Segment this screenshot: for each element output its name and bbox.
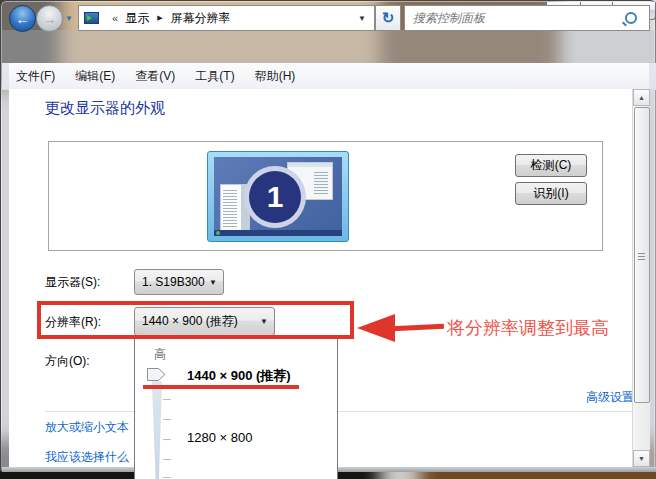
make-text-larger-link[interactable]: 放大或缩小文本	[45, 419, 129, 436]
display-combobox[interactable]: 1. S19B300 ▼	[134, 269, 224, 295]
page-title: 更改显示器的外观	[45, 99, 165, 118]
scrollbar-grip-icon	[638, 253, 645, 261]
slider-high-label: 高	[154, 346, 166, 363]
back-button[interactable]: ←	[9, 5, 36, 32]
annotation-highlight-rectangle	[37, 301, 354, 339]
forward-button[interactable]: →	[36, 5, 63, 32]
what-settings-link[interactable]: 我应该选择什么	[45, 449, 129, 466]
resolution-dropdown-panel: 高 1440 × 900 (推荐) 1280 × 800	[134, 338, 338, 479]
detect-button-label: 检测(C)	[531, 157, 572, 174]
window-right-border	[649, 63, 656, 467]
slider-tick	[163, 477, 171, 478]
breadcrumb-item-display[interactable]: 显示	[125, 10, 149, 27]
refresh-button[interactable]: ↻	[375, 5, 401, 31]
menu-file[interactable]: 文件(F)	[6, 68, 65, 85]
scroll-up-icon: ▲	[638, 94, 645, 101]
screen-resolution-window: × ← → ▼ « 显示 ▶ 屏幕分辨率 ▼ ↻ 文件(F) 编辑(E) 查看(…	[0, 0, 656, 472]
display-combobox-value: 1. S19B300	[135, 275, 205, 289]
window-left-border	[2, 63, 9, 467]
annotation-text: 将分辨率调整到最高	[447, 316, 609, 340]
scroll-down-icon: ▼	[638, 455, 645, 462]
navigation-bar	[2, 30, 656, 64]
refresh-icon: ↻	[382, 9, 395, 27]
annotation-arrowhead	[357, 314, 395, 342]
combobox-arrow-icon: ▼	[205, 278, 223, 287]
monitor-number-badge: 1	[244, 166, 306, 228]
back-arrow-icon: ←	[16, 11, 30, 27]
breadcrumb[interactable]: « 显示 ▶ 屏幕分辨率 ▼	[78, 5, 375, 31]
scroll-down-button[interactable]: ▼	[633, 450, 650, 467]
breadcrumb-separator-icon: ▶	[157, 14, 162, 22]
dropdown-item-1280x800[interactable]: 1280 × 800	[187, 430, 252, 445]
resolution-slider-track[interactable]	[151, 381, 162, 479]
display-icon	[84, 12, 99, 24]
annotation-underline	[143, 385, 299, 389]
screen-taskbar-graphic	[214, 230, 342, 236]
detect-button[interactable]: 检测(C)	[515, 154, 587, 177]
display-label: 显示器(S):	[45, 274, 100, 291]
menu-help[interactable]: 帮助(H)	[245, 68, 306, 85]
dropdown-item-1440x900[interactable]: 1440 × 900 (推荐)	[187, 367, 291, 385]
monitor-screen: 1	[214, 157, 342, 236]
slider-tick	[163, 419, 171, 420]
search-box	[404, 5, 650, 31]
menu-view[interactable]: 查看(V)	[125, 68, 185, 85]
slider-tick	[163, 439, 171, 440]
slider-tick	[163, 399, 171, 400]
breadcrumb-dropdown-icon[interactable]: ▼	[358, 14, 366, 23]
orientation-label: 方向(O):	[45, 353, 90, 370]
forward-arrow-icon: →	[43, 11, 57, 27]
monitor-preview-box: 1 检测(C) 识别(I)	[48, 141, 603, 251]
search-icon	[625, 12, 637, 24]
recent-pages-chevron-icon[interactable]: ▼	[65, 14, 73, 23]
search-input[interactable]	[405, 11, 625, 25]
identify-button-label: 识别(I)	[533, 185, 568, 202]
menu-edit[interactable]: 编辑(E)	[65, 68, 125, 85]
menu-tools[interactable]: 工具(T)	[185, 68, 244, 85]
advanced-settings-link[interactable]: 高级设置	[586, 389, 634, 406]
breadcrumb-item-screen-resolution[interactable]: 屏幕分辨率	[171, 10, 231, 27]
scrollbar-thumb[interactable]	[634, 107, 650, 403]
identify-button[interactable]: 识别(I)	[515, 182, 587, 205]
breadcrumb-prefix: «	[112, 12, 118, 24]
menu-bar: 文件(F) 编辑(E) 查看(V) 工具(T) 帮助(H)	[2, 63, 656, 90]
resolution-slider-handle[interactable]	[146, 367, 167, 382]
slider-tick	[163, 459, 171, 460]
monitor-number: 1	[267, 180, 284, 214]
monitor-preview[interactable]: 1	[207, 151, 349, 242]
scroll-up-button[interactable]: ▲	[633, 89, 650, 106]
vertical-scrollbar[interactable]: ▲ ▼	[632, 89, 650, 467]
